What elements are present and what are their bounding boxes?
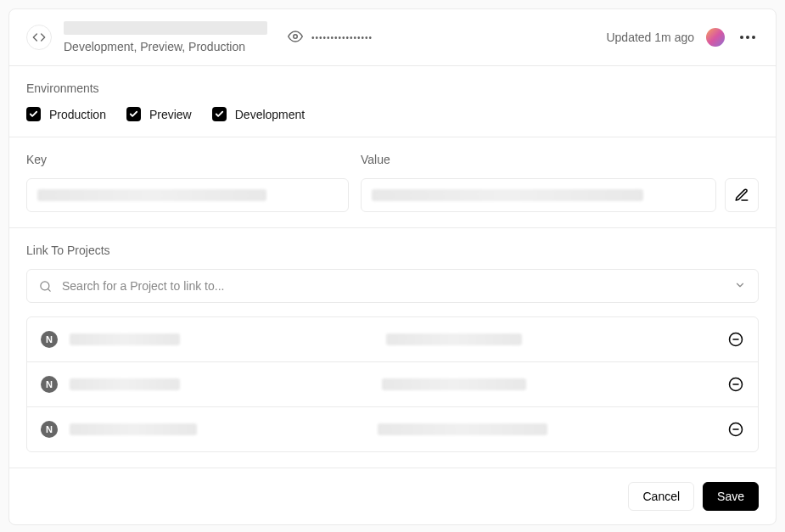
project-framework-icon: N: [41, 331, 58, 348]
env-label: Preview: [149, 108, 192, 121]
key-input[interactable]: [26, 178, 349, 212]
project-meta-placeholder: [382, 378, 526, 390]
more-menu-button[interactable]: [737, 32, 759, 42]
environments-section: Environments Production Preview Developm…: [9, 66, 776, 137]
updated-timestamp: Updated 1m ago: [606, 31, 694, 44]
eye-icon[interactable]: [288, 29, 303, 47]
code-icon: [26, 25, 52, 50]
environments-row: Production Preview Development: [26, 107, 759, 121]
project-meta-placeholder: [386, 333, 522, 345]
svg-line-2: [48, 288, 50, 291]
project-row: N: [27, 406, 758, 451]
card-footer: Cancel Save: [9, 468, 776, 524]
env-var-card: Development, Preview, Production •••••••…: [8, 8, 777, 525]
project-list: N N N: [26, 316, 759, 452]
project-framework-icon: N: [41, 376, 58, 393]
project-search-input[interactable]: [62, 279, 724, 293]
checkbox-icon: [126, 107, 141, 121]
minus-circle-icon: [728, 377, 743, 392]
project-row: N: [27, 361, 758, 406]
minus-circle-icon: [728, 332, 743, 347]
save-button[interactable]: Save: [703, 482, 759, 511]
avatar[interactable]: [706, 28, 725, 47]
cancel-button[interactable]: Cancel: [628, 482, 694, 511]
search-icon: [39, 280, 52, 293]
card-header: Development, Preview, Production •••••••…: [9, 9, 776, 66]
masked-value: ••••••••••••••••: [311, 33, 373, 42]
svg-point-0: [294, 34, 298, 38]
project-name-placeholder: [70, 333, 180, 345]
project-name-placeholder: [70, 378, 180, 390]
link-projects-section: Link To Projects N N: [9, 228, 776, 468]
minus-circle-icon: [728, 422, 743, 437]
env-development[interactable]: Development: [212, 107, 306, 121]
project-search[interactable]: [26, 269, 759, 303]
project-name-placeholder: [70, 423, 197, 435]
key-label: Key: [26, 153, 349, 166]
chevron-down-icon: [734, 279, 746, 294]
value-placeholder: [372, 189, 643, 201]
title-block: Development, Preview, Production: [64, 21, 267, 53]
remove-project-button[interactable]: [727, 421, 744, 438]
env-production[interactable]: Production: [26, 107, 106, 121]
environments-label: Environments: [26, 81, 759, 95]
value-preview-group: ••••••••••••••••: [288, 29, 373, 47]
checkbox-icon: [212, 107, 227, 121]
link-projects-label: Link To Projects: [26, 244, 759, 257]
project-row: N: [27, 317, 758, 361]
var-environments-summary: Development, Preview, Production: [64, 40, 267, 53]
key-placeholder: [37, 189, 266, 201]
env-label: Production: [49, 108, 106, 121]
remove-project-button[interactable]: [727, 376, 744, 393]
checkbox-icon: [26, 107, 41, 121]
env-preview[interactable]: Preview: [126, 107, 192, 121]
pencil-icon: [734, 188, 749, 203]
value-input[interactable]: [361, 178, 716, 212]
project-meta-placeholder: [378, 423, 547, 435]
project-framework-icon: N: [41, 421, 58, 438]
remove-project-button[interactable]: [727, 331, 744, 348]
var-name-placeholder: [64, 21, 267, 35]
edit-value-button[interactable]: [725, 178, 759, 212]
value-label: Value: [361, 153, 759, 166]
key-value-section: Key Value: [9, 137, 776, 228]
env-label: Development: [235, 108, 306, 121]
